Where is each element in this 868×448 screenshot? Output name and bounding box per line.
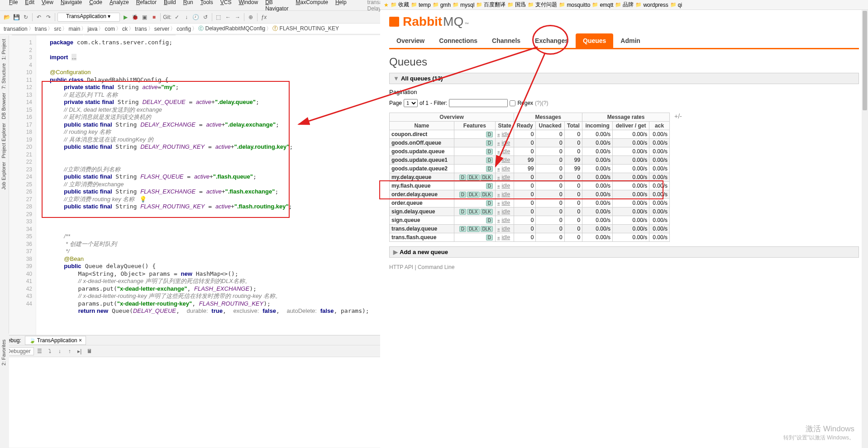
tool-window-structure[interactable]: 7: Structure <box>1 63 6 89</box>
table-row[interactable]: goods.onOff.queueDidle0000.00/s0.00/s0.0… <box>390 139 670 147</box>
code-area[interactable]: package com.ck.trans.server.config; impo… <box>45 35 380 335</box>
save-icon[interactable]: 💾 <box>12 13 20 21</box>
table-row[interactable]: sign.delay.queueDDLXDLKidle0000.00/s0.00… <box>390 207 670 216</box>
table-row[interactable]: my.flash.queueDidle0000.00/s0.00/s0.00/s <box>390 182 670 190</box>
bookmark-item[interactable]: 📁品牌 <box>615 1 634 9</box>
nav-channels[interactable]: Channels <box>485 33 528 48</box>
rmq-scrollbar[interactable] <box>862 10 868 448</box>
page-select[interactable]: 1 <box>404 99 418 107</box>
debug-icon[interactable]: 🐞 <box>131 13 139 21</box>
table-row[interactable]: goods.update.queue1Didle990990.00/s0.00/… <box>390 156 670 165</box>
nav-connections[interactable]: Connections <box>432 33 485 48</box>
breadcrumb[interactable]: transation〉trans〉src〉main〉java〉com〉ck〉tr… <box>0 24 380 34</box>
command-line-link[interactable]: Command Line <box>418 264 454 270</box>
col-ack[interactable]: ack <box>649 122 670 130</box>
bookmark-item[interactable]: 📁gmh <box>433 2 451 8</box>
vcs-commit-icon[interactable]: ↓ <box>182 13 191 21</box>
table-row[interactable]: trans.delay.queueDDLXDLKidle0000.00/s0.0… <box>390 225 670 233</box>
breadcrumb-segment[interactable]: transation <box>4 26 28 32</box>
coverage-icon[interactable]: ▣ <box>140 13 148 21</box>
bookmark-star-icon[interactable]: ★ <box>384 2 389 8</box>
bookmark-item[interactable]: 📁qi <box>670 2 682 8</box>
step-out-icon[interactable]: ↑ <box>66 347 74 355</box>
back-icon[interactable]: ← <box>224 13 232 21</box>
threads-icon[interactable]: ☰ <box>36 347 44 355</box>
tool-window-project[interactable]: 1: Project <box>1 39 6 60</box>
table-row[interactable]: order.delay.queueDDLXDLKidle0000.00/s0.0… <box>390 190 670 199</box>
nav-queues[interactable]: Queues <box>576 33 613 48</box>
menu-build[interactable]: Build <box>161 0 179 12</box>
columns-toggle[interactable]: +/- <box>670 113 682 120</box>
run-to-cursor-icon[interactable]: ▸| <box>76 347 84 355</box>
redo-icon[interactable]: ↷ <box>44 13 52 21</box>
breadcrumb-segment[interactable]: config <box>176 26 191 32</box>
menu-navigate[interactable]: Navigate <box>58 0 85 12</box>
nav-exchanges[interactable]: Exchanges <box>528 33 576 48</box>
col-deliverget[interactable]: deliver / get <box>613 122 649 130</box>
table-row[interactable]: order.queueDidle0000.00/s0.00/s0.00/s <box>390 199 670 207</box>
tool-window-projectexplorer[interactable]: Project Explorer <box>1 123 6 158</box>
bookmark-item[interactable]: 📁国迅 <box>507 1 526 9</box>
translate-icon[interactable]: ⊕ <box>247 13 255 21</box>
menu-run[interactable]: Run <box>181 0 196 12</box>
table-row[interactable]: goods.update.queueDidle0000.00/s0.00/s0.… <box>390 147 670 156</box>
nav-overview[interactable]: Overview <box>389 33 432 48</box>
vcs-history-icon[interactable]: 🕘 <box>192 13 200 21</box>
http-api-link[interactable]: HTTP API <box>389 264 413 270</box>
col-name[interactable]: Name <box>390 122 454 130</box>
all-queues-collapser[interactable]: ▼All queues (13) <box>389 73 859 84</box>
bookmark-item[interactable]: 📁支付问题 <box>528 1 557 9</box>
tool-window-dbbrowser[interactable]: DB Browser <box>1 93 6 119</box>
breadcrumb-segment[interactable]: java <box>87 26 97 32</box>
breadcrumb-segment[interactable]: src <box>54 26 61 32</box>
run-icon[interactable]: ▶ <box>121 13 129 21</box>
stop-icon[interactable]: ■ <box>150 13 158 21</box>
table-row[interactable]: coupon.directDidle0000.00/s0.00/s0.00/s <box>390 130 670 139</box>
col-state[interactable]: State <box>495 122 514 130</box>
menu-help[interactable]: Help <box>333 0 349 12</box>
col-total[interactable]: Total <box>564 122 582 130</box>
bookmark-item[interactable]: 📁收藏 <box>391 1 409 9</box>
run-config-dropdown[interactable]: TransApplication ▾ <box>57 13 120 22</box>
favorites-tool[interactable]: 2: Favorites <box>1 340 6 365</box>
step-into-icon[interactable]: ↓ <box>56 347 64 355</box>
undo-icon[interactable]: ↶ <box>35 13 43 21</box>
step-over-icon[interactable]: ⤵ <box>46 347 54 355</box>
breadcrumb-segment[interactable]: trans <box>135 26 147 32</box>
breadcrumb-segment[interactable]: ⓒ DelayedRabbitMQConfig <box>198 25 265 33</box>
bookmark-item[interactable]: 📁mosquitto <box>559 2 590 8</box>
debug-tab[interactable]: 🍃 TransApplication × <box>25 336 86 345</box>
breadcrumb-segment[interactable]: ⓕ FLASH_ROUTING_KEY <box>272 25 339 33</box>
breadcrumb-segment[interactable]: server <box>154 26 169 32</box>
menu-analyze[interactable]: Analyze <box>107 0 132 12</box>
bookmark-item[interactable]: 📁百度翻译 <box>476 1 506 9</box>
structure-icon[interactable]: ⬚ <box>215 13 223 21</box>
bookmark-item[interactable]: 📁mysql <box>453 2 474 8</box>
open-icon[interactable]: 📂 <box>3 13 11 21</box>
emoji-icon[interactable]: ƒx <box>260 13 268 21</box>
nav-admin[interactable]: Admin <box>613 33 648 48</box>
table-row[interactable]: trans.flash.queueDidle0000.00/s0.00/s0.0… <box>390 233 670 242</box>
tool-window-jobexplorer[interactable]: Job Explorer <box>1 162 6 190</box>
evaluate-icon[interactable]: 🖩 <box>86 347 94 355</box>
breadcrumb-segment[interactable]: com <box>105 26 115 32</box>
col-unacked[interactable]: Unacked <box>536 122 564 130</box>
filter-input[interactable] <box>449 99 508 107</box>
bookmark-item[interactable]: 📁wordpress <box>635 2 668 8</box>
menu-window[interactable]: Window <box>236 0 261 12</box>
col-incoming[interactable]: incoming <box>582 122 613 130</box>
breadcrumb-segment[interactable]: trans <box>35 26 47 32</box>
forward-icon[interactable]: → <box>234 13 242 21</box>
table-row[interactable]: sign.queueDidle0000.00/s0.00/s0.00/s <box>390 216 670 225</box>
table-row[interactable]: my.delay.queueDDLXDLKidle0000.00/s0.00/s… <box>390 173 670 182</box>
bookmark-item[interactable]: 📁temp <box>411 2 431 8</box>
bookmark-item[interactable]: 📁emqtt <box>592 2 613 8</box>
table-row[interactable]: goods.update.queue2Didle990990.00/s0.00/… <box>390 165 670 173</box>
breadcrumb-segment[interactable]: ck <box>122 26 128 32</box>
menu-db navigator[interactable]: DB Navigator <box>262 0 291 12</box>
add-queue-collapser[interactable]: ▶Add a new queue <box>389 246 859 258</box>
vcs-update-icon[interactable]: ✓ <box>173 13 181 21</box>
breadcrumb-segment[interactable]: main <box>68 26 80 32</box>
col-ready[interactable]: Ready <box>514 122 536 130</box>
regex-checkbox[interactable] <box>510 100 515 106</box>
